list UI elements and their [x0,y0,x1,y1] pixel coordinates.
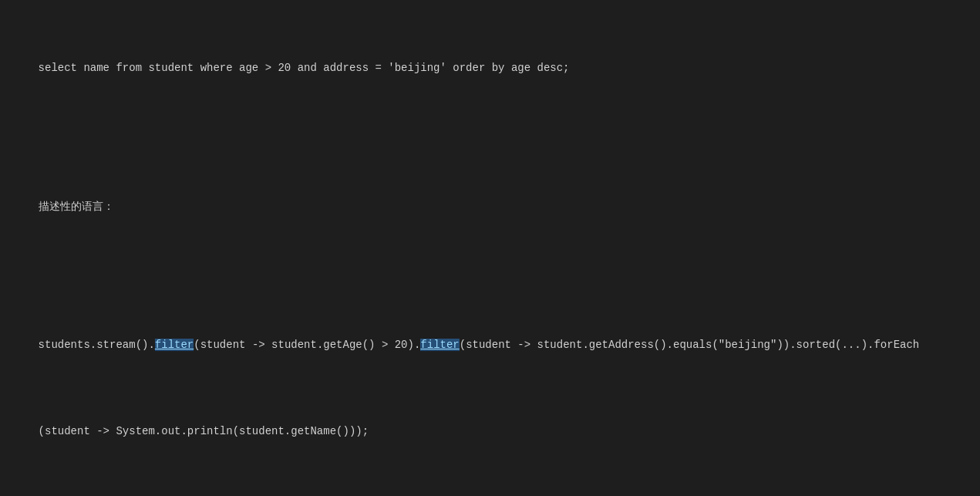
line-7-empty [12,492,968,496]
line-3-text: 描述性的语言： [39,200,114,212]
line-1: select name from student where age > 20 … [12,42,968,94]
line-1-text: select name from student where age > 20 … [39,62,570,74]
line-5-pre: students.stream(). [39,339,155,351]
code-content: select name from student where age > 20 … [12,8,968,496]
line-6: (student -> System.out.println(student.g… [12,406,968,457]
line-3: 描述性的语言： [12,181,968,233]
line-5-mid: (student -> student.getAge() > 20). [194,339,420,351]
line-4-empty [12,268,968,285]
line-6-text: (student -> System.out.println(student.g… [39,425,369,437]
line-5-post: (student -> student.getAddress().equals(… [460,339,920,351]
line-2-empty [12,129,968,146]
line-5-filter1: filter [155,339,194,351]
line-5-filter2: filter [420,339,459,351]
line-5: students.stream().filter(student -> stud… [12,319,968,371]
